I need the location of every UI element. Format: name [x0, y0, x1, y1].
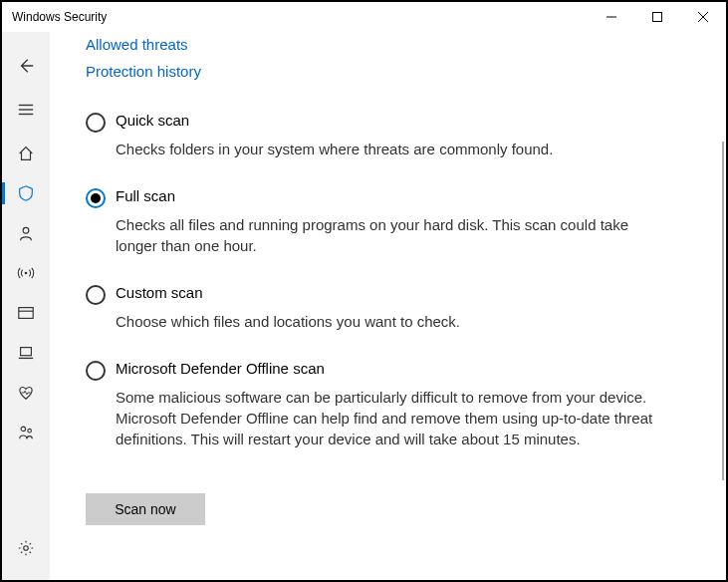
option-offline-scan[interactable]: Microsoft Defender Offline scan Some mal…	[86, 360, 698, 449]
svg-rect-11	[21, 348, 32, 356]
svg-point-7	[23, 227, 29, 233]
close-button[interactable]	[680, 2, 726, 32]
option-quick-scan[interactable]: Quick scan Checks folders in your system…	[86, 112, 698, 159]
sidebar-item-app-browser[interactable]	[2, 293, 50, 333]
sidebar-item-device-health[interactable]	[2, 373, 50, 413]
gear-icon	[17, 539, 35, 557]
sidebar	[2, 32, 50, 580]
option-title: Full scan	[116, 187, 658, 204]
svg-point-15	[24, 546, 29, 551]
window-icon	[17, 304, 35, 322]
laptop-icon	[17, 344, 35, 362]
link-allowed-threats[interactable]: Allowed threats	[86, 36, 698, 53]
svg-point-14	[28, 429, 32, 433]
family-icon	[17, 424, 35, 441]
option-desc: Checks folders in your system where thre…	[116, 139, 553, 159]
option-title: Microsoft Defender Offline scan	[116, 360, 658, 377]
radio-offline-scan[interactable]	[86, 361, 106, 381]
sidebar-item-virus-protection[interactable]	[2, 173, 50, 213]
maximize-button[interactable]	[634, 2, 680, 32]
minimize-button[interactable]	[589, 2, 634, 32]
signal-icon	[16, 265, 36, 281]
main-content: Allowed threats Protection history Quick…	[50, 32, 726, 580]
svg-point-13	[21, 427, 26, 432]
radio-full-scan[interactable]	[86, 188, 106, 208]
sidebar-item-account-protection[interactable]	[2, 213, 50, 253]
option-desc: Choose which files and locations you wan…	[116, 311, 460, 332]
option-title: Quick scan	[116, 112, 553, 129]
window-title: Windows Security	[12, 10, 107, 24]
scan-now-button[interactable]: Scan now	[86, 493, 205, 525]
hamburger-icon	[17, 101, 35, 119]
menu-button[interactable]	[2, 90, 50, 130]
svg-point-8	[25, 272, 28, 275]
sidebar-item-firewall[interactable]	[2, 253, 50, 293]
titlebar: Windows Security	[2, 2, 726, 32]
shield-icon	[17, 184, 35, 202]
svg-rect-9	[19, 308, 33, 319]
back-button[interactable]	[2, 46, 50, 86]
option-full-scan[interactable]: Full scan Checks all files and running p…	[86, 187, 698, 256]
sidebar-item-family[interactable]	[2, 413, 50, 452]
back-arrow-icon	[17, 57, 35, 75]
option-custom-scan[interactable]: Custom scan Choose which files and locat…	[86, 284, 698, 332]
radio-custom-scan[interactable]	[86, 285, 106, 305]
option-desc: Checks all files and running programs on…	[116, 214, 658, 256]
home-icon	[17, 145, 35, 162]
sidebar-item-device-security[interactable]	[2, 333, 50, 373]
radio-quick-scan[interactable]	[86, 113, 106, 133]
svg-rect-1	[653, 13, 662, 22]
sidebar-item-settings[interactable]	[2, 528, 50, 568]
window-controls	[589, 2, 726, 32]
heart-icon	[17, 384, 35, 402]
option-desc: Some malicious software can be particula…	[116, 387, 658, 449]
sidebar-item-home[interactable]	[2, 134, 50, 173]
person-icon	[17, 224, 35, 242]
option-title: Custom scan	[116, 284, 460, 301]
link-protection-history[interactable]: Protection history	[86, 63, 698, 80]
scrollbar[interactable]	[722, 142, 724, 480]
